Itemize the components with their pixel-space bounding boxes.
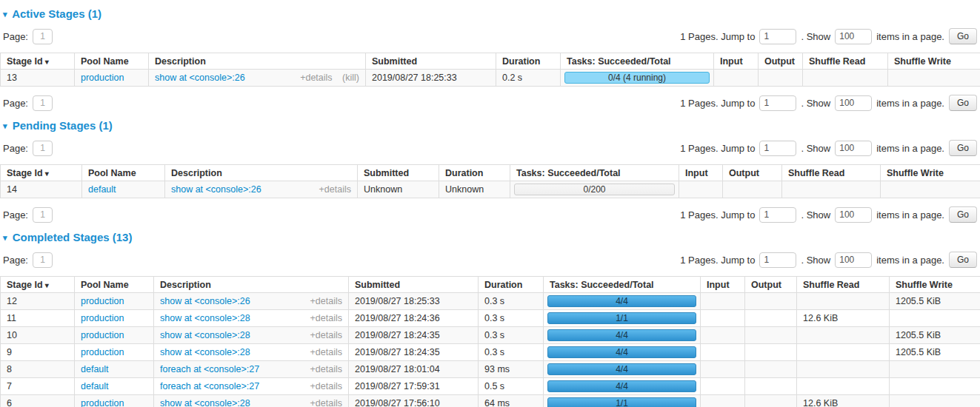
shuffle-read-cell [803, 70, 888, 87]
col-duration[interactable]: Duration [496, 53, 561, 70]
active-stages-header[interactable]: ▾ Active Stages (1) [3, 7, 977, 20]
description-link[interactable]: show at <console>:28 [160, 313, 250, 323]
submitted-cell: 2019/08/27 18:24:36 [349, 310, 479, 327]
description-link[interactable]: foreach at <console>:27 [160, 381, 259, 391]
pool-name-link[interactable]: production [81, 398, 124, 407]
description-link[interactable]: show at <console>:26 [160, 296, 250, 306]
jump-to-input[interactable] [759, 95, 796, 111]
show-items-input[interactable] [835, 95, 872, 111]
pool-name-link[interactable]: production [81, 73, 124, 83]
col-submitted[interactable]: Submitted [349, 277, 479, 293]
col-shuffle-read[interactable]: Shuffle Read [797, 277, 890, 293]
go-button[interactable]: Go [949, 95, 977, 111]
col-input[interactable]: Input [714, 53, 759, 70]
completed-stages-header[interactable]: ▾ Completed Stages (13) [3, 231, 977, 243]
pool-name-link[interactable]: production [81, 347, 124, 357]
col-tasks[interactable]: Tasks: Succeeded/Total [561, 53, 714, 70]
col-output[interactable]: Output [745, 277, 797, 293]
col-shuffle-write[interactable]: Shuffle Write [890, 277, 980, 293]
output-cell [745, 361, 797, 378]
task-progress-label: 4/4 [616, 364, 628, 374]
pool-name-link[interactable]: default [88, 184, 116, 195]
pool-name-link[interactable]: production [81, 296, 124, 306]
page-number-input[interactable] [33, 95, 53, 111]
col-tasks[interactable]: Tasks: Succeeded/Total [544, 277, 701, 293]
duration-cell: 0.3 s [479, 293, 544, 310]
page-number-input[interactable] [33, 141, 53, 156]
details-toggle[interactable]: +details [310, 296, 342, 306]
show-items-input[interactable] [835, 29, 872, 44]
show-items-input[interactable] [835, 252, 872, 268]
show-items-input[interactable] [835, 141, 872, 156]
go-button[interactable]: Go [949, 140, 977, 156]
col-output[interactable]: Output [759, 53, 803, 70]
go-button[interactable]: Go [949, 206, 977, 223]
shuffle-read-cell [797, 361, 890, 378]
pool-name-link[interactable]: production [81, 313, 124, 323]
details-toggle[interactable]: +details [310, 347, 342, 357]
page-number-input[interactable] [33, 207, 53, 223]
col-description[interactable]: Description [165, 165, 358, 181]
col-pool-name[interactable]: Pool Name [75, 277, 154, 293]
col-duration[interactable]: Duration [479, 277, 544, 293]
shuffle-read-cell [797, 293, 890, 310]
col-description[interactable]: Description [149, 53, 366, 70]
pending-stages-header[interactable]: ▾ Pending Stages (1) [3, 119, 977, 132]
pool-name-cell: default [82, 181, 165, 198]
col-description[interactable]: Description [154, 277, 349, 293]
col-submitted[interactable]: Submitted [358, 165, 439, 181]
details-toggle[interactable]: +details [310, 330, 342, 340]
duration-cell: 93 ms [479, 361, 544, 378]
col-shuffle-write[interactable]: Shuffle Write [881, 165, 980, 181]
description-link[interactable]: show at <console>:28 [160, 330, 250, 340]
details-toggle[interactable]: +details [300, 73, 332, 83]
col-input[interactable]: Input [701, 277, 745, 293]
description-link[interactable]: foreach at <console>:27 [160, 364, 259, 374]
description-link[interactable]: show at <console>:28 [160, 398, 250, 407]
jump-to-input[interactable] [759, 252, 796, 268]
jump-to-input[interactable] [759, 141, 796, 156]
description-cell: show at <console>:26 +details [165, 181, 358, 198]
pool-name-cell: production [75, 327, 154, 344]
details-toggle[interactable]: +details [310, 313, 342, 323]
submitted-cell: 2019/08/27 18:01:04 [349, 361, 479, 378]
output-cell [745, 344, 797, 361]
details-toggle[interactable]: +details [310, 381, 342, 391]
col-shuffle-read[interactable]: Shuffle Read [803, 53, 888, 70]
description-link[interactable]: show at <console>:26 [155, 73, 245, 83]
col-duration[interactable]: Duration [439, 165, 510, 181]
col-stage-id[interactable]: Stage Id▾ [1, 277, 75, 293]
tasks-cell: 4/4 [544, 293, 701, 310]
submitted-cell: Unknown [358, 181, 439, 198]
jump-to-input[interactable] [759, 207, 796, 223]
pool-name-link[interactable]: production [81, 330, 124, 340]
col-tasks[interactable]: Tasks: Succeeded/Total [510, 165, 679, 181]
show-items-input[interactable] [835, 207, 872, 223]
col-shuffle-read[interactable]: Shuffle Read [782, 165, 881, 181]
col-stage-id[interactable]: Stage Id▾ [1, 53, 75, 70]
go-button[interactable]: Go [949, 252, 977, 268]
go-button[interactable]: Go [949, 28, 977, 44]
col-stage-id[interactable]: Stage Id▾ [1, 165, 82, 181]
col-submitted[interactable]: Submitted [366, 53, 496, 70]
col-pool-name[interactable]: Pool Name [82, 165, 165, 181]
col-output[interactable]: Output [723, 165, 782, 181]
kill-link[interactable]: (kill) [342, 73, 359, 83]
details-toggle[interactable]: +details [319, 184, 351, 195]
details-toggle[interactable]: +details [310, 364, 342, 374]
col-input[interactable]: Input [679, 165, 723, 181]
description-link[interactable]: show at <console>:28 [160, 347, 250, 357]
duration-cell: 0.3 s [479, 344, 544, 361]
task-progress-label: 4/4 [616, 296, 628, 306]
input-cell [701, 327, 745, 344]
pool-name-link[interactable]: default [81, 381, 109, 391]
page-number-input[interactable] [33, 252, 53, 268]
shuffle-write-cell: 1205.5 KiB [890, 327, 980, 344]
description-link[interactable]: show at <console>:26 [171, 184, 261, 195]
page-number-input[interactable] [33, 29, 53, 44]
col-pool-name[interactable]: Pool Name [75, 53, 149, 70]
pool-name-link[interactable]: default [81, 364, 109, 374]
details-toggle[interactable]: +details [310, 398, 342, 407]
col-shuffle-write[interactable]: Shuffle Write [888, 53, 980, 70]
jump-to-input[interactable] [759, 29, 796, 44]
